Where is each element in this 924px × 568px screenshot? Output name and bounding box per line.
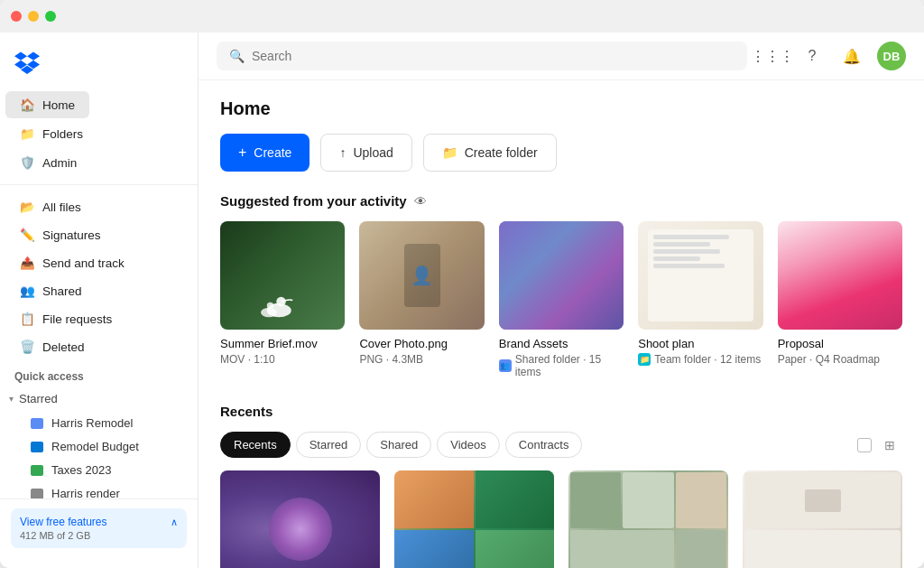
tab-recents[interactable]: Recents [220, 432, 291, 458]
suggested-section-header: Suggested from your activity 👁 [220, 193, 902, 209]
create-button[interactable]: + Create [220, 134, 310, 172]
pen-icon: ✏️ [20, 228, 34, 242]
sidebar-item-send-track[interactable]: 📤 Send and track [5, 249, 192, 276]
suggested-title: Suggested from your activity [220, 193, 407, 209]
thumb-render [220, 470, 380, 568]
admin-icon: 🛡️ [20, 155, 34, 170]
sidebar-item-home[interactable]: 🏠 Home [5, 91, 89, 118]
recents-title: Recents [220, 404, 273, 419]
app-window: 🏠 Home 📁 Folders 🛡️ Admin 📂 All files [0, 0, 924, 568]
team-folder-icon: 📁 [638, 353, 651, 366]
eye-icon: 👁 [414, 194, 427, 209]
sidebar-footer: View free features ∧ 412 MB of 2 GB [0, 498, 198, 557]
recent-item-mood-board[interactable]: Mood Board.pdf PDF · 2.2KB [568, 470, 728, 568]
starred-item-taxes-2023[interactable]: Taxes 2023 [5, 459, 192, 481]
page-title: Home [220, 98, 902, 119]
search-bar[interactable]: 🔍 [217, 42, 747, 70]
suggested-item-proposal[interactable]: Proposal Paper · Q4 Roadmap [778, 221, 902, 378]
starred-item-harris-render[interactable]: Harris render [5, 482, 192, 498]
starred-group[interactable]: ▾ Starred [0, 386, 198, 411]
app-body: 🏠 Home 📁 Folders 🛡️ Admin 📂 All files [0, 33, 924, 568]
maximize-button[interactable] [45, 11, 56, 22]
starred-item-remodel-budget[interactable]: Remodel Budget [5, 435, 192, 458]
sidebar-item-file-requests[interactable]: 📋 File requests [5, 305, 192, 332]
item-name: Brand Assets [499, 337, 624, 350]
grid-view-toggle[interactable]: ⊞ [877, 433, 902, 458]
dropbox-logo[interactable] [0, 43, 198, 90]
folder-doc-icon [31, 489, 43, 499]
thumb-inspiration [394, 470, 554, 568]
people-icon: 👥 [20, 284, 34, 298]
sidebar-item-admin[interactable]: 🛡️ Admin [5, 149, 91, 176]
sidebar-item-shared[interactable]: 👥 Shared [5, 277, 192, 304]
item-meta: 👥 Shared folder · 15 items [499, 353, 624, 378]
folder-icon: 📂 [20, 200, 34, 214]
item-meta: Paper · Q4 Roadmap [778, 353, 902, 366]
thumb-mood-board [568, 470, 728, 568]
select-all-checkbox[interactable] [857, 438, 872, 452]
thumb-brand-assets [499, 221, 624, 330]
swan-illustration [255, 284, 310, 330]
sidebar-item-signatures[interactable]: ✏️ Signatures [5, 221, 192, 248]
titlebar [0, 0, 924, 33]
sidebar-file-nav: 📂 All files ✏️ Signatures 📤 Send and tra… [0, 192, 198, 498]
suggested-item-brand-assets[interactable]: Brand Assets 👥 Shared folder · 15 items [499, 221, 624, 378]
sidebar-item-folders[interactable]: 📁 Folders [5, 120, 97, 147]
help-button[interactable]: ? [798, 42, 827, 70]
item-meta: PNG · 4.3MB [359, 353, 484, 366]
shared-folder-icon: 👥 [499, 359, 512, 372]
sidebar-item-deleted[interactable]: 🗑️ Deleted [5, 333, 192, 360]
tabs-row: Recents Starred Shared Videos Contracts … [220, 432, 902, 458]
recents-tabs: Recents Starred Shared Videos Contracts [220, 432, 582, 458]
avatar[interactable]: DB [877, 42, 906, 70]
recents-grid: Render PNG · 1.2KB [220, 470, 902, 568]
thumb-cover-photo: 👤 [359, 221, 484, 330]
send-icon: 📤 [20, 256, 34, 270]
tab-contracts[interactable]: Contracts [505, 432, 583, 458]
folder-green-icon [31, 465, 43, 476]
create-folder-button[interactable]: 📁 Create folder [423, 134, 557, 172]
storage-label: View free features [20, 516, 107, 528]
storage-chevron-icon: ∧ [171, 517, 178, 528]
sidebar: 🏠 Home 📁 Folders 🛡️ Admin 📂 All files [0, 33, 199, 568]
minimize-button[interactable] [28, 11, 39, 22]
item-name: Summer Brief.mov [220, 337, 345, 350]
tab-shared[interactable]: Shared [366, 432, 431, 458]
app-header: 🔍 ⋮⋮⋮ ? 🔔 DB [199, 33, 924, 80]
folder-blue-icon [31, 418, 43, 429]
item-meta: 📁 Team folder · 12 items [638, 353, 762, 366]
plus-icon: + [238, 144, 246, 161]
suggested-grid: Summer Brief.mov MOV · 1:10 👤 Cover Phot… [220, 221, 902, 378]
folders-icon: 📁 [20, 126, 34, 141]
suggested-item-cover-photo[interactable]: 👤 Cover Photo.png PNG · 4.3MB [359, 221, 484, 378]
tab-videos[interactable]: Videos [437, 432, 500, 458]
thumb-summer-brief [220, 221, 345, 330]
content-area: Home + Create ↑ Upload 📁 Create folder [199, 80, 924, 568]
header-actions: ⋮⋮⋮ ? 🔔 DB [758, 42, 906, 70]
sidebar-item-all-files[interactable]: 📂 All files [5, 193, 192, 220]
thumb-remodels [743, 470, 902, 568]
home-icon: 🏠 [20, 98, 34, 112]
grid-menu-button[interactable]: ⋮⋮⋮ [758, 42, 787, 70]
recent-item-remodels[interactable]: Remodels 📁 Team folder · 38 items [743, 470, 902, 568]
storage-sub: 412 MB of 2 GB [20, 530, 178, 541]
close-button[interactable] [11, 11, 22, 22]
storage-banner[interactable]: View free features ∧ 412 MB of 2 GB [11, 508, 187, 548]
thumb-shoot-plan [638, 221, 762, 330]
starred-item-harris-remodel[interactable]: Harris Remodel [5, 412, 192, 434]
svg-point-2 [261, 308, 277, 318]
tab-starred[interactable]: Starred [296, 432, 362, 458]
action-buttons: + Create ↑ Upload 📁 Create folder [220, 134, 902, 172]
quick-access-label: Quick access [0, 361, 198, 386]
suggested-item-summer-brief[interactable]: Summer Brief.mov MOV · 1:10 [220, 221, 345, 378]
recent-item-render[interactable]: Render PNG · 1.2KB [220, 470, 380, 568]
thumb-proposal [778, 221, 902, 330]
notifications-button[interactable]: 🔔 [837, 42, 866, 70]
search-input[interactable] [252, 49, 735, 63]
recents-header: Recents [220, 404, 902, 419]
folder-plus-icon: 📁 [442, 145, 457, 160]
trash-icon: 🗑️ [20, 340, 34, 354]
recent-item-inspiration[interactable]: Inspiration 📁 Team folder · 12 items [394, 470, 554, 568]
suggested-item-shoot-plan[interactable]: Shoot plan 📁 Team folder · 12 items [638, 221, 762, 378]
upload-button[interactable]: ↑ Upload [320, 134, 411, 172]
